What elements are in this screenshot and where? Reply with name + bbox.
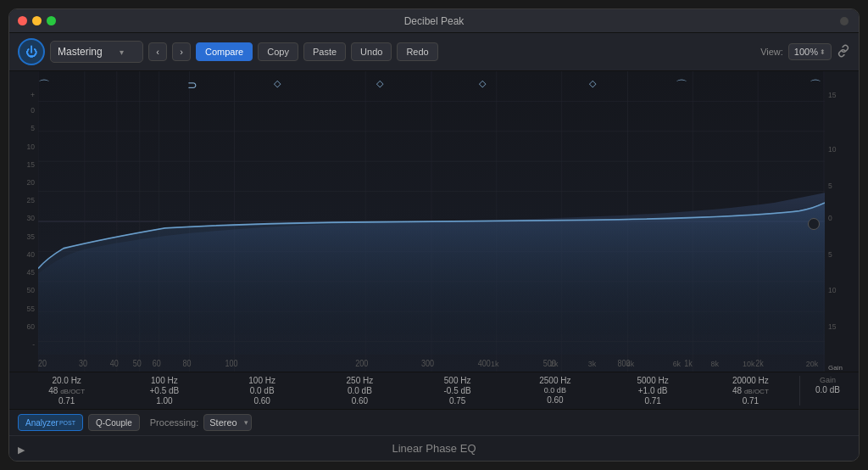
scale-30: 30: [27, 214, 35, 222]
band-6-handle[interactable]: ◇: [589, 78, 596, 89]
band-8-handle[interactable]: ⌒: [810, 78, 821, 93]
scale-25: 25: [27, 196, 35, 204]
q-couple-button[interactable]: Q-Couple: [88, 414, 140, 431]
scale-15: 15: [27, 160, 35, 169]
scale-minus: -: [32, 340, 35, 349]
freq-labels-svg: 20k 10k 8k 6k 4k 3k 2k 1k: [38, 355, 825, 372]
svg-text:3k: 3k: [588, 360, 597, 368]
eq-visual-area: + 0 5 10 15 20 25 30 35 40 45 50 55 60 -: [9, 71, 859, 372]
band-2-freq: 100 Hz: [151, 376, 178, 385]
close-button[interactable]: [18, 16, 27, 25]
band-6-freq: 2500 Hz: [539, 376, 570, 385]
band-3-col: 100 Hz 0.0 dB 0.60: [214, 376, 311, 406]
rscale-5top: 5: [828, 182, 832, 190]
preset-value: Mastering: [58, 46, 103, 58]
band-7-q: 0.71: [644, 396, 660, 406]
play-button[interactable]: ▶: [18, 441, 25, 456]
back-button[interactable]: ‹: [148, 42, 167, 61]
gain-db: 0.0 dB: [815, 385, 840, 394]
band-7-freq: 5000 Hz: [637, 376, 669, 385]
band-7-db: +1.0 dB: [638, 386, 668, 395]
band-4-q: 0.60: [352, 396, 368, 406]
band-5-q: 0.75: [449, 396, 465, 406]
scale-60: 60: [27, 322, 35, 331]
compare-button[interactable]: Compare: [196, 42, 253, 61]
scale-45: 45: [27, 268, 35, 277]
band-1-handle[interactable]: ⌒: [38, 78, 50, 93]
processing-arrow-icon: ▾: [244, 418, 248, 427]
rscale-0: 0: [828, 214, 832, 222]
svg-text:1k: 1k: [491, 360, 499, 368]
scale-55: 55: [27, 305, 35, 313]
gain-col-label: Gain: [820, 376, 836, 384]
band-2-q: 1.00: [156, 396, 172, 406]
band-2-handle[interactable]: ⊃: [187, 78, 198, 92]
window-dots: [18, 16, 56, 25]
gain-col: Gain 0.0 dB: [799, 376, 850, 406]
title-bar: Decibel Peak: [9, 9, 859, 33]
footer-bar: ▶ Linear Phase EQ: [9, 435, 859, 461]
band-6-q: 0.60: [547, 395, 563, 405]
band-4-db: 0.0 dB: [348, 386, 372, 395]
power-icon: ⏻: [25, 46, 37, 58]
band-3-freq: 100 Hz: [248, 376, 275, 385]
svg-text:20k: 20k: [806, 360, 819, 368]
rscale-10bot: 10: [828, 286, 836, 294]
copy-button[interactable]: Copy: [258, 42, 298, 61]
view-stepper-icon: ⬍: [820, 48, 826, 56]
rscale-15bot: 15: [828, 322, 836, 331]
footer-title: Linear Phase EQ: [392, 442, 476, 455]
rscale-5bot: 5: [828, 250, 832, 259]
maximize-button[interactable]: [47, 16, 56, 25]
preset-dropdown[interactable]: Mastering ▾: [50, 41, 143, 63]
eq-main[interactable]: 20 30 40 50 60 80 100 200 300 400 500 80…: [38, 71, 825, 372]
link-icon[interactable]: [837, 44, 850, 60]
band-5-handle[interactable]: ◇: [479, 78, 486, 89]
band-1-db: 48 dB/OCT: [48, 386, 85, 395]
window-title: Decibel Peak: [404, 15, 465, 27]
band-8-db: 48 dB/OCT: [732, 386, 769, 395]
band-6-db: 0.0 dB: [544, 386, 566, 394]
left-scale: + 0 5 10 15 20 25 30 35 40 45 50 55 60 -: [9, 71, 38, 372]
redo-button[interactable]: Redo: [397, 42, 437, 61]
window-right-button[interactable]: [840, 17, 849, 25]
band-6-col: 2500 Hz 0.0 dB 0.60: [506, 376, 604, 406]
rscale-10: 10: [828, 145, 836, 154]
view-value[interactable]: 100% ⬍: [788, 43, 832, 60]
rscale-15top: 15: [828, 91, 836, 99]
gain-label: Gain: [828, 364, 843, 372]
scale-5: 5: [31, 124, 35, 132]
undo-button[interactable]: Undo: [351, 42, 392, 61]
toolbar-right: View: 100% ⬍: [760, 43, 850, 60]
band-1-freq: 20.0 Hz: [52, 376, 81, 385]
band-2-db: +0.5 dB: [149, 386, 179, 395]
chevron-down-icon: ▾: [120, 48, 124, 57]
scale-plus: +: [31, 91, 35, 99]
minimize-button[interactable]: [32, 16, 42, 25]
band-8-col: 20000 Hz 48 dB/OCT 0.71: [702, 376, 799, 406]
toolbar: ⏻ Mastering ▾ ‹ › Compare Copy Paste Und…: [9, 33, 859, 71]
band-4-freq: 250 Hz: [347, 376, 374, 385]
svg-text:10k: 10k: [743, 360, 755, 368]
band-7-col: 5000 Hz +1.0 dB 0.71: [604, 376, 702, 406]
forward-button[interactable]: ›: [172, 42, 191, 61]
band-1-col: 20.0 Hz 48 dB/OCT 0.71: [18, 376, 115, 406]
power-button[interactable]: ⏻: [18, 38, 45, 65]
svg-text:4k: 4k: [626, 360, 635, 368]
band-4-col: 250 Hz 0.0 dB 0.60: [311, 376, 409, 406]
band-4-handle[interactable]: ◇: [376, 78, 383, 89]
paste-button[interactable]: Paste: [303, 42, 346, 61]
processing-label: Processing:: [150, 417, 198, 428]
band-controls: 20.0 Hz 48 dB/OCT 0.71 100 Hz +0.5 dB 1.…: [9, 372, 859, 409]
band-8-freq: 20000 Hz: [732, 376, 769, 385]
scale-10: 10: [27, 143, 35, 151]
band-5-col: 500 Hz -0.5 dB 0.75: [409, 376, 506, 406]
analyzer-button[interactable]: AnalyzerPOST: [18, 414, 83, 431]
band-3-q: 0.60: [253, 396, 270, 406]
svg-text:2k: 2k: [550, 360, 559, 368]
band-7-handle[interactable]: ⌒: [676, 78, 687, 93]
scale-50: 50: [27, 286, 35, 294]
band-3-handle[interactable]: ◇: [274, 78, 281, 89]
processing-dropdown[interactable]: Stereo ▾: [203, 414, 251, 431]
band-1-q: 0.71: [58, 396, 75, 406]
